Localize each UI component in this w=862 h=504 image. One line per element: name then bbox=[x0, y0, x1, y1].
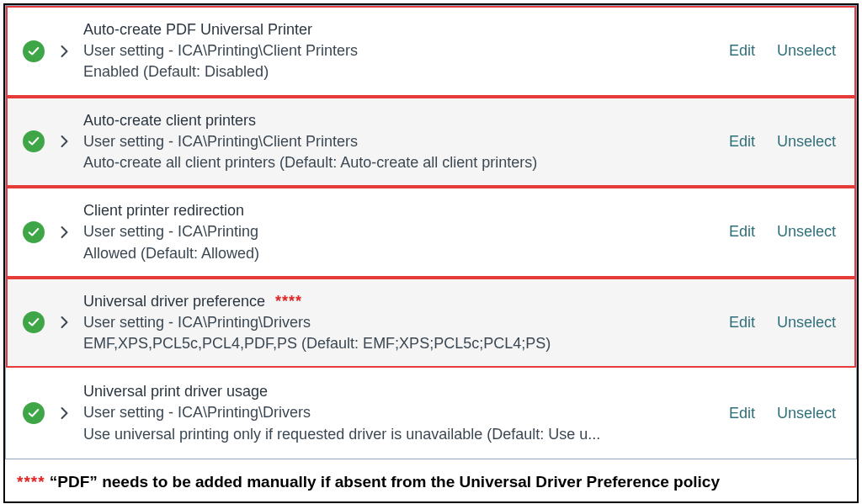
policy-value: Enabled (Default: Disabled) bbox=[83, 61, 656, 82]
policy-path: User setting - ICA\Printing\Client Print… bbox=[83, 131, 717, 152]
policy-content: Client printer redirectionUser setting -… bbox=[83, 200, 717, 264]
check-icon bbox=[23, 221, 45, 243]
row-actions: EditUnselect bbox=[729, 223, 839, 241]
policy-value: Auto-create all client printers (Default… bbox=[83, 152, 656, 173]
policy-content: Universal driver preference****User sett… bbox=[83, 291, 717, 355]
unselect-link[interactable]: Unselect bbox=[777, 223, 836, 241]
policy-row: Auto-create client printersUser setting … bbox=[6, 97, 856, 188]
policy-settings-list: Auto-create PDF Universal PrinterUser se… bbox=[5, 5, 857, 459]
policy-path: User setting - ICA\Printing\Drivers bbox=[83, 402, 717, 423]
check-icon bbox=[23, 40, 45, 62]
policy-row: Client printer redirectionUser setting -… bbox=[6, 187, 856, 278]
policy-title: Auto-create client printers bbox=[83, 110, 256, 131]
policy-content: Universal print driver usageUser setting… bbox=[83, 381, 717, 445]
policy-title: Universal driver preference bbox=[83, 291, 265, 312]
policy-settings-panel: Auto-create PDF Universal PrinterUser se… bbox=[3, 3, 859, 503]
footnote-text: “PDF” needs to be added manually if abse… bbox=[45, 473, 720, 491]
edit-link[interactable]: Edit bbox=[729, 133, 755, 151]
footnote-asterisks: **** bbox=[17, 473, 45, 491]
footnote: **** “PDF” needs to be added manually if… bbox=[5, 459, 857, 495]
chevron-right-icon[interactable] bbox=[56, 134, 72, 149]
check-icon bbox=[23, 311, 45, 333]
edit-link[interactable]: Edit bbox=[729, 405, 755, 422]
policy-path: User setting - ICA\Printing\Drivers bbox=[83, 312, 717, 333]
row-actions: EditUnselect bbox=[729, 133, 839, 151]
row-actions: EditUnselect bbox=[729, 405, 839, 422]
asterisk-marker: **** bbox=[275, 291, 302, 312]
policy-content: Auto-create client printersUser setting … bbox=[83, 110, 717, 174]
policy-title: Client printer redirection bbox=[83, 200, 244, 221]
policy-path: User setting - ICA\Printing\Client Print… bbox=[83, 40, 717, 61]
chevron-right-icon[interactable] bbox=[56, 44, 72, 59]
check-icon bbox=[23, 130, 45, 152]
policy-value: Use universal printing only if requested… bbox=[83, 424, 656, 445]
policy-title: Universal print driver usage bbox=[83, 381, 268, 402]
policy-value: EMF,XPS,PCL5c,PCL4,PDF,PS (Default: EMF;… bbox=[83, 333, 656, 354]
chevron-right-icon[interactable] bbox=[56, 406, 72, 421]
row-actions: EditUnselect bbox=[729, 42, 839, 60]
policy-content: Auto-create PDF Universal PrinterUser se… bbox=[83, 19, 717, 83]
unselect-link[interactable]: Unselect bbox=[777, 314, 836, 332]
check-icon bbox=[23, 402, 45, 424]
chevron-right-icon[interactable] bbox=[56, 225, 72, 240]
unselect-link[interactable]: Unselect bbox=[777, 42, 836, 60]
policy-row: Universal print driver usageUser setting… bbox=[6, 368, 856, 459]
unselect-link[interactable]: Unselect bbox=[777, 133, 836, 151]
policy-value: Allowed (Default: Allowed) bbox=[83, 243, 656, 264]
chevron-right-icon[interactable] bbox=[56, 315, 72, 330]
policy-path: User setting - ICA\Printing bbox=[83, 221, 717, 242]
edit-link[interactable]: Edit bbox=[729, 223, 755, 241]
row-actions: EditUnselect bbox=[729, 314, 839, 332]
policy-row: Auto-create PDF Universal PrinterUser se… bbox=[6, 6, 856, 97]
edit-link[interactable]: Edit bbox=[729, 314, 755, 332]
policy-title: Auto-create PDF Universal Printer bbox=[83, 19, 312, 40]
edit-link[interactable]: Edit bbox=[729, 42, 755, 60]
policy-row: Universal driver preference****User sett… bbox=[6, 278, 856, 369]
unselect-link[interactable]: Unselect bbox=[777, 405, 836, 422]
